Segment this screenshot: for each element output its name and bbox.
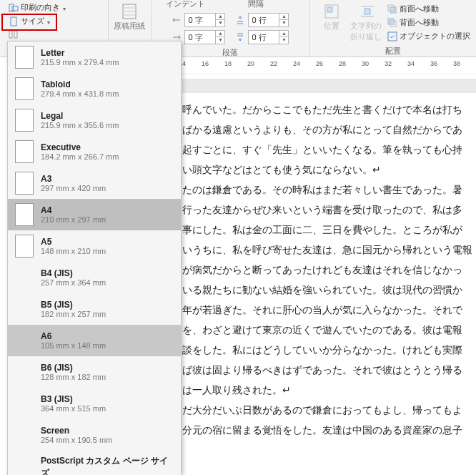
document-line[interactable]: は一人取り残された。↵ bbox=[182, 381, 476, 401]
size-option-executive[interactable]: Executive184.2 mm x 266.7 mm bbox=[8, 136, 181, 167]
page-size-menu: Letter215.9 mm x 279.4 mmTabloid279.4 mm… bbox=[7, 41, 182, 475]
document-line[interactable]: い頭文字などはとても使う気にならない。↵ bbox=[182, 160, 476, 180]
size-option-b3-jis-[interactable]: B3 (JIS)364 mm x 515 mm bbox=[8, 388, 181, 419]
chevron-down-icon bbox=[62, 4, 66, 12]
document-line[interactable]: だ大分だいぶ日数があるので鎌倉におってもよし、帰ってもよ bbox=[182, 401, 476, 421]
spacing-before-spinner[interactable]: 0 行 ▲▼ bbox=[248, 13, 289, 27]
size-option-b4-jis-[interactable]: B4 (JIS)257 mm x 364 mm bbox=[8, 262, 181, 293]
size-option-name: A3 bbox=[41, 174, 106, 184]
page-thumb-icon bbox=[15, 77, 34, 100]
document-line[interactable]: 談をした。私にはどうしていいか分らなかった。けれども実際 bbox=[182, 341, 476, 361]
document-line[interactable]: 行った友達からぜひ来いという端書を受け取ったので、私は多 bbox=[182, 200, 476, 220]
size-option-a5[interactable]: A5148 mm x 210 mm bbox=[8, 230, 181, 262]
size-option-dims: 257 mm x 364 mm bbox=[41, 278, 106, 287]
send-backward-label: 背面へ移動 bbox=[400, 17, 439, 28]
spin-down-icon[interactable]: ▼ bbox=[216, 20, 224, 26]
manuscript-icon bbox=[122, 4, 137, 19]
spacing-after-value: 0 行 bbox=[249, 32, 279, 43]
svg-rect-14 bbox=[390, 7, 396, 13]
spin-down-icon[interactable]: ▼ bbox=[216, 37, 224, 44]
size-option-letter[interactable]: Letter215.9 mm x 279.4 mm bbox=[8, 41, 181, 73]
spin-down-icon[interactable]: ▼ bbox=[279, 37, 288, 44]
size-option-b5-jis-[interactable]: B5 (JIS)182 mm x 257 mm bbox=[8, 293, 181, 325]
orientation-icon bbox=[9, 3, 19, 13]
size-option-a6[interactable]: A6105 mm x 148 mm bbox=[8, 325, 181, 356]
size-option-dims: 279.4 mm x 431.8 mm bbox=[41, 89, 119, 98]
page-thumb-icon bbox=[15, 298, 34, 320]
size-option-dims: 148 mm x 210 mm bbox=[41, 247, 106, 255]
page-thumb-icon bbox=[15, 46, 34, 69]
document-line[interactable]: 分元の宿に留まる覚悟をした。友達は中国のある資産家の息子 bbox=[182, 421, 476, 441]
bring-forward-button[interactable]: 前面へ移動 bbox=[386, 3, 472, 15]
size-option-name: Tabloid bbox=[41, 79, 119, 89]
arrange-group: 位置 文字列の折り返し 前面へ移動 背面へ移動 オブジェクトの選択 bbox=[310, 0, 476, 57]
wrap-text-button[interactable]: 文字列の折り返し bbox=[350, 1, 385, 44]
ruler-mark: 18 bbox=[224, 60, 247, 67]
svg-rect-18 bbox=[388, 32, 397, 41]
size-option-dims: 215.9 mm x 355.6 mm bbox=[41, 121, 119, 129]
spin-up-icon[interactable]: ▲ bbox=[216, 31, 224, 37]
size-option-dims: 210 mm x 297 mm bbox=[41, 215, 106, 224]
document-line[interactable]: いる親たちに勧ない結婚を強いられていた。彼は現代の習慣か bbox=[182, 280, 476, 300]
size-option-name: A5 bbox=[41, 237, 106, 247]
size-option-a4[interactable]: A4210 mm x 297 mm bbox=[8, 199, 181, 230]
manuscript-label: 原稿用紙 bbox=[114, 21, 145, 31]
size-option-b6-jis-[interactable]: B6 (JIS)128 mm x 182 mm bbox=[8, 356, 181, 388]
spin-down-icon[interactable]: ▼ bbox=[279, 20, 288, 26]
selection-pane-icon bbox=[387, 31, 397, 41]
indent-left-icon bbox=[172, 15, 182, 25]
size-option-name: A6 bbox=[41, 331, 106, 341]
columns-icon bbox=[9, 29, 19, 39]
size-option-screen[interactable]: Screen254 mm x 190.5 mm bbox=[8, 419, 181, 451]
position-button[interactable]: 位置 bbox=[314, 1, 349, 34]
document-line[interactable]: 事にした。私は金の工面に二、三日を費やした。ところが私が bbox=[182, 220, 476, 240]
spin-up-icon[interactable]: ▲ bbox=[279, 31, 288, 37]
document-line[interactable]: 年が若過ぎた。それに肝心の当人が気に入らなかった。それで bbox=[182, 300, 476, 320]
document-area[interactable]: 呼んでいた。だからここでもただ先生と書くだけで本名は打ちばかる遠慮というよりも、… bbox=[182, 79, 476, 475]
document-text[interactable]: 呼んでいた。だからここでもただ先生と書くだけで本名は打ちばかる遠慮というよりも、… bbox=[182, 100, 476, 441]
document-line[interactable]: 呼んでいた。だからここでもただ先生と書くだけで本名は打ち bbox=[182, 100, 476, 120]
send-backward-button[interactable]: 背面へ移動 bbox=[386, 16, 472, 29]
spin-up-icon[interactable]: ▲ bbox=[279, 14, 288, 20]
document-line[interactable]: ば彼は固より帰るべきはずであった。それで彼はとうとう帰る bbox=[182, 361, 476, 381]
ruler-mark: 38 bbox=[453, 60, 476, 67]
bring-forward-icon bbox=[387, 4, 397, 14]
document-line[interactable]: を、わざと避けて東京の近くで遊んでいたのである。彼は電報 bbox=[182, 320, 476, 341]
document-line[interactable]: いうちに、私を呼び寄せた友達は、急に国元から帰れという電報 bbox=[182, 240, 476, 260]
size-option-dims: 254 mm x 190.5 mm bbox=[41, 436, 112, 444]
size-option-name: B3 (JIS) bbox=[41, 394, 106, 404]
document-line[interactable]: が病気だからと断ってあったけれども友達はそれを信じなかっ bbox=[182, 260, 476, 280]
indent-right-spinner[interactable]: 0 字 ▲▼ bbox=[184, 30, 225, 44]
horizontal-ruler[interactable]: 1416182022242628303234363840 bbox=[179, 60, 476, 74]
svg-rect-3 bbox=[9, 31, 12, 38]
indent-right-value: 0 字 bbox=[185, 32, 215, 43]
size-option-name: B6 (JIS) bbox=[41, 363, 106, 373]
ruler-mark: 26 bbox=[316, 60, 339, 67]
ruler-mark: 32 bbox=[385, 60, 407, 67]
wrap-text-label: 文字列の折り返し bbox=[350, 21, 385, 42]
orientation-button[interactable]: 印刷の向き bbox=[7, 1, 67, 14]
size-option-a3[interactable]: A3297 mm x 420 mm bbox=[8, 167, 181, 199]
ruler-mark: 14 bbox=[179, 60, 202, 67]
size-option-legal[interactable]: Legal215.9 mm x 355.6 mm bbox=[8, 104, 181, 136]
document-line[interactable]: 起すごとに、すぐ「先生」といいたくなる。筆を執っても心持 bbox=[182, 140, 476, 160]
document-line[interactable]: ばかる遠慮というよりも、その方が私にとって自然だからであ bbox=[182, 120, 476, 140]
spacing-header: 間隔 bbox=[248, 0, 264, 9]
spin-up-icon[interactable]: ▲ bbox=[216, 14, 224, 20]
size-option-tabloid[interactable]: Tabloid279.4 mm x 431.8 mm bbox=[8, 73, 181, 104]
ruler-mark: 20 bbox=[247, 60, 270, 67]
ruler-mark: 16 bbox=[202, 60, 224, 67]
document-line[interactable]: たのは鎌倉である。その時私はまだ若々しい書生であった。暑 bbox=[182, 180, 476, 200]
page-thumb-icon bbox=[15, 235, 34, 258]
indent-left-spinner[interactable]: 0 字 ▲▼ bbox=[184, 13, 225, 27]
spacing-after-spinner[interactable]: 0 行 ▲▼ bbox=[248, 30, 289, 44]
selection-pane-label: オブジェクトの選択 bbox=[400, 31, 470, 41]
page-thumb-icon bbox=[15, 329, 34, 352]
size-option-postscript-[interactable]: PostScript カスタム ページ サイズ210 mm x 297 mm bbox=[8, 451, 181, 475]
ruler-mark: 30 bbox=[362, 60, 385, 67]
indent-left-value: 0 字 bbox=[185, 15, 215, 26]
spacing-before-value: 0 行 bbox=[249, 15, 279, 26]
size-option-name: Letter bbox=[41, 48, 119, 58]
manuscript-button[interactable]: 原稿用紙 bbox=[112, 1, 147, 34]
selection-pane-button[interactable]: オブジェクトの選択 bbox=[386, 30, 472, 42]
